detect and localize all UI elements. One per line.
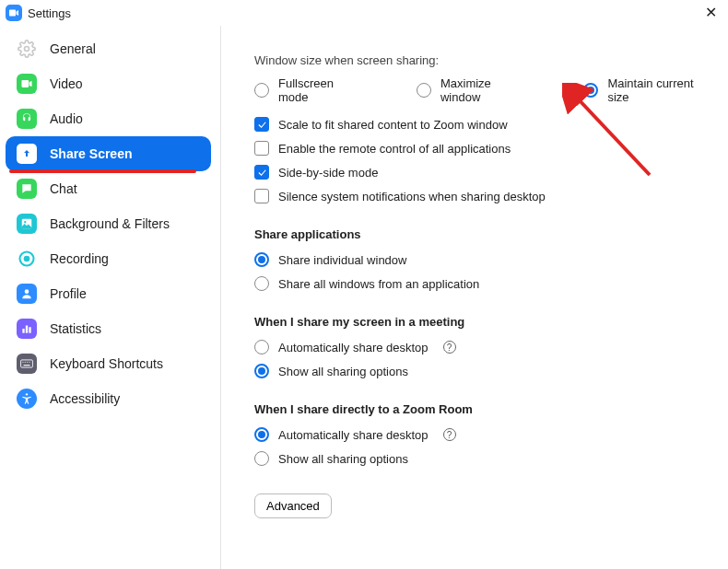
svg-point-11 — [25, 362, 26, 363]
close-icon[interactable]: ✕ — [701, 6, 721, 20]
sidebar-item-share-screen[interactable]: Share Screen — [6, 136, 211, 171]
window-size-heading: Window size when screen sharing: — [254, 53, 711, 67]
sidebar: General Video Audio Share Screen — [0, 26, 221, 569]
window-title: Settings — [28, 6, 71, 20]
main-content: Window size when screen sharing: Fullscr… — [221, 26, 728, 569]
video-icon — [17, 74, 37, 94]
titlebar: Settings ✕ — [0, 0, 728, 26]
radio-icon — [254, 252, 269, 267]
zoom-app-icon — [6, 5, 22, 21]
svg-rect-14 — [24, 365, 30, 366]
radio-meeting-auto-share-desktop[interactable]: Automatically share desktop ? — [254, 340, 711, 354]
radio-zoomroom-show-all-options[interactable]: Show all sharing options — [254, 451, 711, 466]
checkbox-icon — [254, 165, 269, 180]
radio-label: Automatically share desktop — [278, 428, 429, 442]
checkbox-icon — [254, 189, 269, 203]
sidebar-item-background-filters[interactable]: Background & Filters — [6, 206, 211, 241]
background-filters-icon — [17, 214, 37, 234]
svg-point-15 — [26, 393, 28, 395]
help-icon[interactable]: ? — [443, 428, 456, 441]
share-zoom-room-heading: When I share directly to a Zoom Room — [254, 402, 711, 416]
share-in-meeting-heading: When I share my screen in a meeting — [254, 315, 711, 329]
sidebar-item-keyboard-shortcuts[interactable]: Keyboard Shortcuts — [6, 346, 211, 381]
checkbox-label: Silence system notifications when sharin… — [278, 190, 546, 203]
checkbox-label: Enable the remote control of all applica… — [278, 142, 511, 156]
radio-share-all-windows[interactable]: Share all windows from an application — [254, 276, 711, 291]
sidebar-item-profile[interactable]: Profile — [6, 276, 211, 311]
radio-icon — [254, 276, 269, 291]
chat-icon — [17, 179, 37, 199]
sidebar-item-label: Audio — [50, 111, 83, 126]
radio-share-individual-window[interactable]: Share individual window — [254, 252, 711, 267]
svg-point-10 — [22, 362, 23, 363]
share-screen-icon — [17, 144, 37, 164]
radio-icon — [254, 83, 269, 98]
general-icon — [17, 39, 37, 59]
radio-icon — [254, 364, 269, 378]
svg-point-4 — [24, 256, 30, 262]
advanced-button[interactable]: Advanced — [254, 494, 332, 518]
radio-label: Share all windows from an application — [278, 277, 479, 291]
checkbox-silence-notifications[interactable]: Silence system notifications when sharin… — [254, 189, 711, 203]
checkbox-icon — [254, 141, 269, 156]
accessibility-icon — [17, 389, 37, 409]
sidebar-item-recording[interactable]: Recording — [6, 241, 211, 276]
help-icon[interactable]: ? — [443, 341, 456, 354]
svg-point-0 — [25, 47, 29, 52]
statistics-icon — [17, 319, 37, 339]
sidebar-item-label: Background & Filters — [50, 216, 170, 231]
checkbox-enable-remote-control[interactable]: Enable the remote control of all applica… — [254, 141, 711, 156]
radio-label: Show all sharing options — [278, 452, 408, 466]
sidebar-item-chat[interactable]: Chat — [6, 171, 211, 206]
profile-icon — [17, 284, 37, 304]
svg-point-2 — [24, 221, 26, 223]
sidebar-item-audio[interactable]: Audio — [6, 101, 211, 136]
svg-point-5 — [25, 289, 29, 294]
radio-label: Maximize window — [440, 76, 528, 104]
sidebar-item-label: Recording — [50, 251, 109, 266]
keyboard-icon — [17, 354, 37, 374]
radio-icon — [254, 427, 269, 442]
radio-label: Automatically share desktop — [278, 341, 429, 354]
sidebar-item-label: Accessibility — [50, 391, 120, 406]
radio-label: Share individual window — [278, 253, 406, 267]
share-applications-heading: Share applications — [254, 227, 711, 241]
sidebar-item-label: Share Screen — [50, 146, 133, 161]
sidebar-item-label: Video — [50, 76, 83, 91]
radio-maintain-current-size[interactable]: Maintain current size — [583, 76, 711, 104]
checkbox-side-by-side[interactable]: Side-by-side mode — [254, 165, 711, 180]
svg-rect-9 — [21, 360, 33, 367]
sidebar-item-general[interactable]: General — [6, 31, 211, 66]
svg-rect-8 — [29, 327, 30, 332]
checkbox-icon — [254, 117, 269, 132]
svg-rect-6 — [22, 329, 24, 333]
radio-maximize-window[interactable]: Maximize window — [417, 76, 528, 104]
svg-point-13 — [29, 362, 29, 363]
sidebar-item-label: Statistics — [50, 321, 101, 336]
radio-icon — [583, 83, 598, 98]
sidebar-item-label: Chat — [50, 181, 77, 196]
radio-icon — [254, 451, 269, 466]
sidebar-item-label: General — [50, 41, 96, 56]
sidebar-item-video[interactable]: Video — [6, 66, 211, 101]
sidebar-item-accessibility[interactable]: Accessibility — [6, 381, 211, 416]
radio-label: Fullscreen mode — [278, 76, 361, 104]
checkbox-label: Scale to fit shared content to Zoom wind… — [278, 118, 508, 132]
sidebar-item-label: Keyboard Shortcuts — [50, 356, 163, 371]
sidebar-item-statistics[interactable]: Statistics — [6, 311, 211, 346]
radio-fullscreen-mode[interactable]: Fullscreen mode — [254, 76, 361, 104]
radio-meeting-show-all-options[interactable]: Show all sharing options — [254, 364, 711, 378]
radio-label: Show all sharing options — [278, 365, 408, 378]
sidebar-item-label: Profile — [50, 286, 87, 301]
audio-icon — [17, 109, 37, 129]
svg-rect-7 — [26, 326, 28, 333]
checkbox-label: Side-by-side mode — [278, 166, 378, 180]
radio-icon — [417, 83, 431, 98]
checkbox-scale-to-fit[interactable]: Scale to fit shared content to Zoom wind… — [254, 117, 711, 132]
svg-point-12 — [27, 362, 28, 363]
radio-zoomroom-auto-share-desktop[interactable]: Automatically share desktop ? — [254, 427, 711, 442]
radio-label: Maintain current size — [607, 76, 711, 104]
recording-icon — [17, 249, 37, 269]
radio-icon — [254, 340, 269, 354]
